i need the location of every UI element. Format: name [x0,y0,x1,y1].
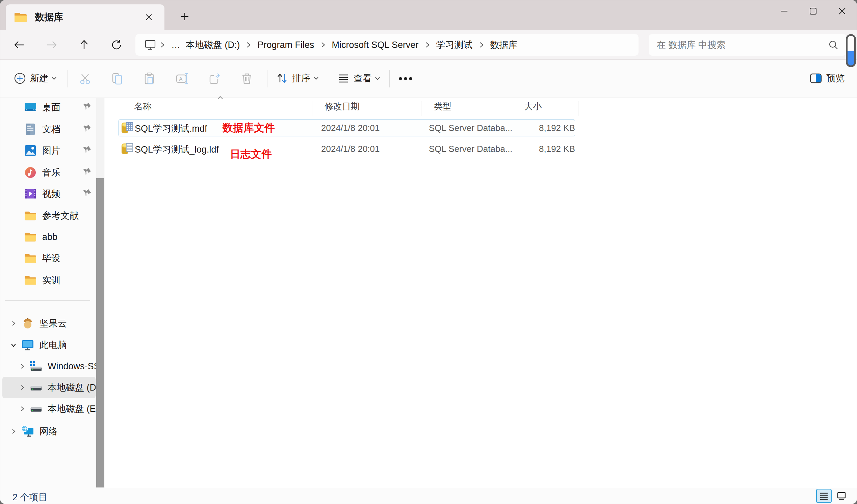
tab-database[interactable]: 数据库 [6,4,165,30]
back-button[interactable] [10,35,29,54]
details-view-icon [820,492,828,500]
sidebar-item-label: 毕设 [42,252,96,264]
file-name: SQL学习测试.mdf [135,122,207,135]
sidebar-item-music[interactable]: 音乐 [2,162,96,183]
annotation-database-file: 数据库文件 [222,121,275,135]
file-name: SQL学习测试_log.ldf [135,144,219,156]
breadcrumb-overflow[interactable]: … [168,40,183,50]
file-row-ldf[interactable]: SQL学习测试_log.ldf 2024/1/8 20:01 SQL Serve… [119,140,679,157]
sidebar-item-label: 桌面 [42,101,82,114]
chevron-right-icon[interactable] [17,361,27,371]
column-separator[interactable] [312,101,312,116]
sort-button[interactable]: 排序 [273,67,322,89]
chevron-right-icon[interactable] [9,318,19,329]
chevron-right-icon[interactable] [9,426,19,436]
breadcrumb-item-database[interactable]: 数据库 [488,39,520,51]
sidebar-item-network[interactable]: 网络 [2,421,96,442]
forward-button[interactable] [42,35,61,54]
new-tab-button[interactable] [177,9,192,24]
file-size: 8,192 KB [520,144,575,154]
command-bar: 新建 A 排序 [0,60,857,98]
sidebar-scrollbar-thumb[interactable] [96,178,104,487]
pin-icon [82,188,92,199]
videos-icon [24,187,37,200]
view-button[interactable]: 查看 [335,67,383,89]
sidebar-item-drive-d[interactable]: 本地磁盘 (D:) [2,377,96,398]
file-row-mdf[interactable]: SQL学习测试.mdf 2024/1/8 20:01 SQL Server Da… [119,119,679,136]
paste-button[interactable] [140,69,159,88]
sort-icon [276,72,288,84]
more-icon [398,76,413,81]
pin-icon [82,167,92,178]
sidebar-item-label: 本地磁盘 (E:) [48,403,96,415]
search-box[interactable]: 在 数据库 中搜索 [649,34,846,56]
icons-view-button[interactable] [834,489,849,503]
music-icon [24,166,37,179]
chevron-right-icon [317,41,329,49]
new-button[interactable]: 新建 [11,67,61,89]
navigation-bar: … 本地磁盘 (D:) Program Files Microsoft SQL … [0,30,857,60]
view-button-label: 查看 [354,72,372,84]
copy-button[interactable] [108,69,127,88]
sidebar-item-windows-ssd[interactable]: Windows-SSD [2,355,96,377]
new-plus-icon [14,72,26,84]
more-button[interactable] [396,69,415,88]
column-separator[interactable] [421,101,421,116]
view-icon [337,72,350,84]
sidebar-item-videos[interactable]: 视频 [2,183,96,205]
column-separator[interactable] [514,101,514,116]
sidebar-item-shixun[interactable]: 实训 [2,269,96,291]
this-pc-icon [21,339,34,351]
column-header-modified[interactable]: 修改日期 [324,101,359,113]
toolbar-divider [68,70,68,87]
chevron-right-icon[interactable] [17,404,27,414]
breadcrumb-item-drive-d[interactable]: 本地磁盘 (D:) [183,39,242,51]
delete-button[interactable] [237,69,256,88]
chevron-right-icon [156,41,168,49]
search-placeholder: 在 数据库 中搜索 [657,39,828,51]
tab-close-icon[interactable] [142,11,156,24]
close-button[interactable] [828,0,857,22]
breadcrumb-item-xuexiceshi[interactable]: 学习测试 [434,39,475,51]
breadcrumb-item-mssql[interactable]: Microsoft SQL Server [329,40,421,50]
chevron-right-icon [421,41,434,49]
svg-text:A: A [179,76,183,82]
up-button[interactable] [74,35,94,54]
sidebar-item-desktop[interactable]: 桌面 [2,97,96,118]
sidebar-item-label: abb [42,232,96,242]
this-pc-icon[interactable] [144,39,156,51]
sidebar-item-bishe[interactable]: 毕设 [2,248,96,269]
sidebar-item-drive-e[interactable]: 本地磁盘 (E:) [2,398,96,420]
drive-icon [29,402,42,415]
column-separator[interactable] [578,101,578,116]
folder-icon [24,274,37,287]
chevron-right-icon[interactable] [17,383,27,392]
preview-button[interactable]: 预览 [807,67,850,89]
sidebar-item-nutstore[interactable]: 坚果云 [2,313,96,334]
column-header-name[interactable]: 名称 [134,101,152,113]
chevron-down-icon[interactable] [9,340,19,350]
sidebar-item-pictures[interactable]: 图片 [2,140,96,161]
pin-icon [82,124,92,135]
sidebar-item-this-pc[interactable]: 此电脑 [2,334,96,356]
sidebar-item-cankaowenxian[interactable]: 参考文献 [2,205,96,226]
items-count: 2 个项目 [13,491,48,503]
chevron-down-icon [51,75,57,81]
sidebar-item-documents[interactable]: 文档 [2,118,96,140]
rename-button[interactable]: A [173,69,192,88]
search-icon[interactable] [828,40,838,50]
file-type: SQL Server Databa... [429,144,512,154]
share-button[interactable] [205,69,224,88]
sidebar: 桌面 文档 图片 音乐 视频 参考文献 a [0,98,105,488]
maximize-button[interactable] [799,0,828,22]
minimize-button[interactable] [770,0,799,22]
details-view-button[interactable] [816,489,832,503]
sidebar-item-label: 本地磁盘 (D:) [48,382,96,393]
refresh-button[interactable] [107,35,126,54]
column-header-size[interactable]: 大小 [524,101,542,113]
breadcrumb-item-program-files[interactable]: Program Files [255,40,317,50]
cut-button[interactable] [75,69,95,88]
sidebar-item-abb[interactable]: abb [2,226,96,248]
edge-scrollbar[interactable] [846,34,856,67]
column-header-type[interactable]: 类型 [434,101,452,113]
